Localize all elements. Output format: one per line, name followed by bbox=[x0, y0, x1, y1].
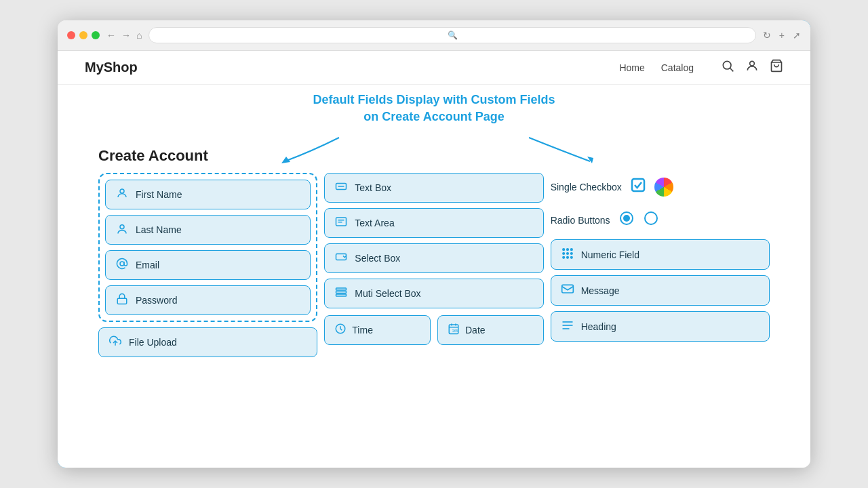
numeric-field-label: Numeric Field bbox=[581, 249, 639, 260]
svg-rect-17 bbox=[336, 288, 347, 290]
annotation-line2: on Create Account Page bbox=[98, 108, 770, 125]
svg-point-2 bbox=[750, 61, 755, 66]
svg-point-8 bbox=[120, 262, 124, 266]
heading-label: Heading bbox=[581, 321, 616, 332]
svg-rect-9 bbox=[117, 299, 127, 304]
heading-field[interactable]: Heading bbox=[551, 311, 770, 342]
back-button[interactable]: ← bbox=[106, 30, 116, 41]
text-box-field[interactable]: Text Box bbox=[324, 173, 543, 203]
clock-icon bbox=[334, 323, 347, 338]
nav-buttons: ← → ⌂ bbox=[106, 30, 142, 41]
multiselect-icon bbox=[334, 286, 348, 301]
select-box-field[interactable]: Select Box bbox=[324, 243, 543, 273]
home-button[interactable]: ⌂ bbox=[136, 30, 142, 41]
time-field[interactable]: Time bbox=[324, 315, 431, 345]
single-checkbox-row: Single Checkbox bbox=[551, 173, 770, 201]
file-upload-label: File Upload bbox=[129, 337, 177, 348]
person2-icon bbox=[115, 222, 129, 237]
radio-label: Radio Buttons bbox=[551, 215, 610, 226]
file-upload-field[interactable]: File Upload bbox=[98, 327, 317, 357]
svg-point-32 bbox=[570, 249, 572, 251]
traffic-lights bbox=[67, 31, 100, 39]
svg-line-1 bbox=[730, 68, 734, 72]
multi-select-label: Muti Select Box bbox=[355, 288, 420, 299]
annotation-block: Default Fields Display with Custom Field… bbox=[98, 92, 770, 125]
select-icon bbox=[334, 251, 348, 266]
refresh-icon[interactable]: ↻ bbox=[763, 30, 771, 41]
radio-unselected-icon[interactable] bbox=[643, 210, 659, 230]
svg-point-33 bbox=[563, 253, 565, 255]
svg-text:365: 365 bbox=[452, 329, 458, 333]
textbox-icon bbox=[334, 180, 348, 195]
nav-catalog[interactable]: Catalog bbox=[661, 62, 694, 73]
search-icon: 🔍 bbox=[448, 30, 458, 40]
close-button[interactable] bbox=[67, 31, 75, 39]
message-icon bbox=[561, 283, 574, 298]
numeric-icon bbox=[561, 247, 574, 262]
maximize-button[interactable] bbox=[92, 31, 100, 39]
minimize-button[interactable] bbox=[79, 31, 87, 39]
text-area-label: Text Area bbox=[355, 218, 394, 228]
svg-point-36 bbox=[563, 257, 565, 259]
svg-point-38 bbox=[570, 257, 572, 259]
person-icon bbox=[115, 187, 129, 202]
numeric-field[interactable]: Numeric Field bbox=[551, 239, 770, 270]
svg-point-35 bbox=[570, 253, 572, 255]
svg-point-31 bbox=[566, 249, 568, 251]
svg-point-28 bbox=[623, 215, 630, 222]
email-label: Email bbox=[136, 260, 159, 270]
message-field[interactable]: Message bbox=[551, 275, 770, 306]
calendar-icon: 365 bbox=[448, 323, 460, 338]
svg-rect-26 bbox=[632, 179, 644, 191]
svg-point-29 bbox=[645, 212, 657, 224]
svg-point-7 bbox=[120, 225, 124, 229]
cart-icon[interactable] bbox=[770, 59, 783, 76]
text-area-field[interactable]: Text Area bbox=[324, 208, 543, 238]
shop-nav: Home Catalog bbox=[619, 62, 694, 73]
user-icon[interactable] bbox=[745, 59, 759, 76]
checkbox-label: Single Checkbox bbox=[551, 182, 622, 192]
address-bar[interactable]: 🔍 bbox=[149, 27, 755, 43]
svg-point-0 bbox=[723, 61, 731, 69]
shop-icons bbox=[721, 59, 783, 76]
annotation-line1: Default Fields Display with Custom Field… bbox=[98, 92, 770, 108]
password-field[interactable]: Password bbox=[105, 285, 311, 315]
nav-home[interactable]: Home bbox=[619, 62, 644, 73]
browser-chrome: ← → ⌂ 🔍 ↻ + ➚ bbox=[58, 20, 810, 51]
password-label: Password bbox=[136, 295, 177, 306]
time-label: Time bbox=[352, 325, 373, 336]
forward-button[interactable]: → bbox=[121, 30, 131, 41]
browser-actions: ↻ + ➚ bbox=[763, 30, 801, 41]
search-icon[interactable] bbox=[721, 59, 734, 76]
date-field[interactable]: 365 Date bbox=[437, 315, 544, 345]
page-content: MyShop Home Catalog Default Fie bbox=[58, 51, 810, 468]
new-tab-icon[interactable]: + bbox=[779, 30, 785, 41]
first-name-label: First Name bbox=[136, 189, 182, 200]
multi-select-field[interactable]: Muti Select Box bbox=[324, 279, 543, 308]
svg-point-30 bbox=[563, 249, 565, 251]
svg-point-6 bbox=[120, 189, 124, 193]
svg-point-34 bbox=[566, 253, 568, 255]
svg-point-37 bbox=[566, 257, 568, 259]
shop-header: MyShop Home Catalog bbox=[58, 51, 810, 85]
time-date-row: Time 365 Date bbox=[324, 315, 543, 345]
default-fields-column: First Name Last Name bbox=[98, 173, 317, 357]
first-name-field[interactable]: First Name bbox=[105, 180, 311, 209]
default-fields-dashed-box: First Name Last Name bbox=[98, 173, 317, 322]
select-box-label: Select Box bbox=[355, 253, 400, 264]
radio-selected-icon[interactable] bbox=[618, 210, 635, 230]
svg-rect-18 bbox=[336, 291, 347, 293]
email-field[interactable]: Email bbox=[105, 250, 311, 280]
annotation-arrows bbox=[98, 131, 770, 165]
at-icon bbox=[115, 258, 129, 272]
main-area: Default Fields Display with Custom Field… bbox=[58, 85, 810, 371]
last-name-field[interactable]: Last Name bbox=[105, 215, 311, 245]
upload-icon bbox=[108, 335, 122, 350]
arrows-area bbox=[98, 131, 770, 144]
fullscreen-icon[interactable]: ➚ bbox=[793, 30, 801, 41]
checkbox-icon[interactable] bbox=[630, 177, 646, 197]
radio-buttons-row: Radio Buttons bbox=[551, 206, 770, 234]
svg-rect-39 bbox=[561, 285, 573, 293]
svg-rect-19 bbox=[336, 294, 347, 296]
paint-wheel-icon[interactable] bbox=[654, 178, 673, 197]
